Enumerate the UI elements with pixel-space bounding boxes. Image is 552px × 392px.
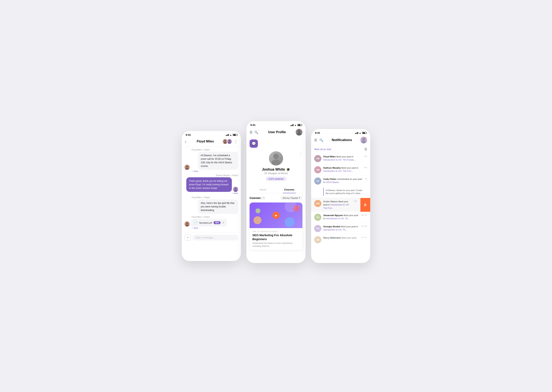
seen-indicator: ✓ Seen [185,192,238,194]
message-profile-button[interactable]: 💬 [250,140,258,148]
svg-point-13 [272,160,280,166]
chat-input-row: + Type a message... [182,232,241,244]
notification-item: DB Darcy Ballentine liked your post Jun … [311,234,370,245]
more-options-icon[interactable]: ⋮ [234,139,238,144]
status-bar-3: 9:41 ▲ [311,129,370,135]
trash-icon: 🗑 [364,203,367,207]
message-meta: Floyd Miles • 3:56pm [185,149,238,151]
comment-preview: Hi Eleanor, thanks for your post. It loo… [323,188,367,196]
notification-link[interactable]: UI/UX Basics [326,181,339,183]
phone-chat: 9:41 ▲ ‹ Floyd Miles [182,131,241,261]
notifications-header: ☰ 🔍 Notifications [311,135,370,146]
sort-button[interactable]: Sort by: Popular ▾ [280,196,302,200]
notification-item: KW Kristin Watson liked your post in Int… [311,198,360,211]
course-more-icon[interactable]: ⋮ [297,204,301,208]
notification-time: Jun 30 [361,214,367,216]
svg-point-9 [185,224,189,226]
notifications-list: FM Floyd Miles liked your post in Introd… [311,153,370,245]
svg-point-5 [185,168,189,170]
notification-time: Jun 30 [361,225,367,227]
add-attachment-button[interactable]: + [185,234,191,241]
wifi-icon-3: ▲ [359,132,361,134]
message-bubble: Hi Eleanor, I've scheduled a zoom call f… [198,152,238,170]
message-item: Floyd Miles • 3:56pm Also, here's the 4p… [185,196,238,214]
menu-icon[interactable]: ☰ [250,130,252,134]
svg-point-11 [297,133,301,135]
svg-point-4 [186,166,188,168]
search-icon[interactable]: 🔍 [254,130,258,134]
notification-text: Savannah Nguyen liked your post in Intro… [323,214,359,220]
status-time-1: 9:41 [186,133,191,136]
message-bubble-sent: That's great, thank you for letting me k… [186,177,232,192]
course-thumbnail: ▶ ⋮ [250,203,302,228]
courses-count: Courses (7) [250,196,265,200]
tab-about[interactable]: About [250,186,276,193]
message-meta: Floyd Miles • 3:56pm [185,196,238,199]
mark-all-read-button[interactable]: Mark all as read [314,148,331,151]
sender-avatar [185,165,190,170]
notif-avatar: KM [314,166,321,173]
sort-label: Sort by: Popular [282,197,298,199]
notification-link[interactable]: Introduction to UX: The Fun... [323,170,353,172]
search-icon[interactable]: 🔍 [319,138,323,142]
svg-point-8 [186,222,188,224]
filter-icon[interactable]: ☰ [364,147,367,151]
notif-avatar: SN [314,214,321,221]
status-time-2: 9:41 [250,124,256,126]
notification-link[interactable]: Introduction to UX: Th... [326,217,350,220]
notification-item: FM Floyd Miles liked your post in Introd… [311,153,370,164]
notification-body: Floyd Miles liked your post in Introduct… [323,155,362,161]
online-dot [301,129,302,131]
graduation-icon: 🎓 [286,168,290,171]
online-dot [365,137,367,139]
notification-link[interactable]: Introduction to UX: The Fun... [323,203,349,209]
notif-avatar: GS [314,225,321,232]
tab-courses[interactable]: Courses [276,186,302,193]
chat-messages: Floyd Miles • 3:56pm Hi Eleanor, I've sc… [182,147,241,231]
svg-point-2 [229,140,230,142]
signal-icon [226,134,229,136]
file-close-button[interactable]: ✕ [222,221,224,224]
delete-notification-button[interactable]: 🗑 [360,198,370,211]
notification-time: 2h [365,178,367,180]
notification-text: Georgia Strobel liked your post in Intro… [323,225,359,231]
notification-link[interactable]: Introduction to UX: The Funda... [323,159,355,161]
notification-time: 3m [364,155,367,157]
seen-indicator: ✓ Seen [185,170,238,172]
back-button[interactable]: ‹ [185,139,186,144]
profile-main: ⋮ Joshua White 🎓 UX Designer at Monzo 4,… [246,149,306,184]
notification-time: 5m [364,167,367,169]
file-attachment: 📄 4pixelgrid.pdf 48% ✕ [191,219,227,226]
course-school: THE UX DESIGN SCHOOL [252,231,300,232]
profile-tabs: About Courses [250,186,302,193]
status-time-3: 9:41 [315,131,320,134]
notification-body: Darcy Ballentine liked your post [323,236,359,239]
signal-icon-2 [290,124,294,126]
message-avatar-row: Also, here's the 4px grid file that you … [185,199,238,214]
students-badge: 4,371 students [266,177,286,181]
notif-avatar: CF [314,177,321,185]
battery-icon-2 [297,124,302,126]
page-title: Notifications [326,138,358,142]
file-icon: 📄 [194,221,198,224]
notif-avatar: FM [314,155,321,162]
profile-name: Joshua White 🎓 [262,168,290,172]
scene: 9:41 ▲ ‹ Floyd Miles [174,117,378,275]
message-item-file: Floyd Miles • 3:56pm 📄 4pixelgrid.pdf 48… [185,216,238,229]
notification-body: Kristin Watson liked your post in Introd… [323,200,352,209]
notification-item-swipeable: KW Kristin Watson liked your post in Int… [311,198,370,211]
notification-text: Darcy Ballentine liked your post [323,236,359,239]
chat-icon: 💬 [251,141,256,146]
course-card: ▶ ⋮ THE UX DESIGN SCHOOL SEO Marketing F… [250,203,302,250]
notification-link[interactable]: Introduction to UX: Th... [323,229,347,231]
message-avatar-row: 📄 4pixelgrid.pdf 48% ✕ [185,219,238,226]
message-input[interactable]: Type a message... [192,235,238,240]
notification-item: KM Kathryn Murphy liked your post in Int… [311,164,370,175]
notif-avatar: DB [314,236,321,243]
course-info: THE UX DESIGN SCHOOL SEO Marketing For A… [250,228,302,250]
menu-icon[interactable]: ☰ [314,138,317,142]
status-bar-1: 9:41 ▲ [182,131,241,137]
more-options-icon[interactable]: ⋮ [299,151,302,156]
svg-point-7 [234,190,237,192]
file-name: 4pixelgrid.pdf [199,222,212,224]
